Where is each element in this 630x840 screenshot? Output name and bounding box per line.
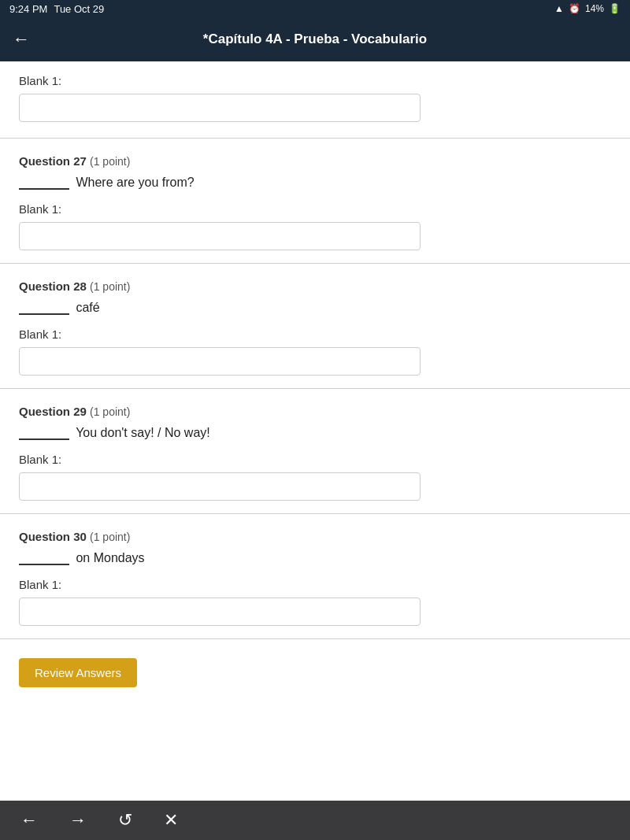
- question-27-number: Question 27: [19, 154, 87, 168]
- question-27-header: Question 27 (1 point): [19, 154, 611, 168]
- battery-display: 14%: [585, 3, 604, 14]
- question-27-body: Where are you from?: [76, 176, 194, 189]
- time-display: 9:24 PM: [9, 3, 47, 15]
- question-30-text: on Mondays: [19, 551, 611, 565]
- question-28-body: café: [76, 301, 99, 314]
- review-section: Review Answers: [0, 639, 630, 703]
- question-29-section: Question 29 (1 point) You don't say! / N…: [0, 389, 630, 514]
- question-29-number: Question 29: [19, 405, 87, 418]
- question-27-points: (1 point): [90, 155, 130, 168]
- question-30-section: Question 30 (1 point) on Mondays Blank 1…: [0, 514, 630, 639]
- q29-blank-label: Blank 1:: [19, 453, 611, 466]
- battery-icon: 🔋: [609, 3, 621, 14]
- page-title: *Capítulo 4A - Prueba - Vocabulario: [203, 31, 427, 47]
- q28-blank-input[interactable]: [19, 347, 421, 376]
- q27-blank-label: Blank 1:: [19, 202, 611, 216]
- app-header: ← *Capítulo 4A - Prueba - Vocabulario: [0, 17, 630, 61]
- question-27-text: Where are you from?: [19, 176, 611, 190]
- question-28-section: Question 28 (1 point) café Blank 1:: [0, 264, 630, 389]
- question-28-number: Question 28: [19, 279, 87, 293]
- question-30-body: on Mondays: [76, 551, 144, 564]
- bottom-nav-bar: ← → ↺ ✕: [0, 801, 630, 840]
- main-content: Blank 1: Question 27 (1 point) Where are…: [0, 61, 630, 719]
- browser-back-button[interactable]: ←: [16, 809, 43, 832]
- question-30-points: (1 point): [90, 531, 130, 543]
- question-27-section: Question 27 (1 point) Where are you from…: [0, 139, 630, 264]
- browser-close-button[interactable]: ✕: [159, 809, 183, 832]
- date-display: Tue Oct 29: [54, 3, 104, 15]
- top-blank-input[interactable]: [19, 94, 421, 122]
- question-30-header: Question 30 (1 point): [19, 530, 611, 543]
- blank-underline-29: [19, 439, 69, 440]
- q28-blank-label: Blank 1:: [19, 327, 611, 341]
- top-blank-label: Blank 1:: [19, 74, 611, 87]
- question-28-header: Question 28 (1 point): [19, 279, 611, 293]
- question-29-text: You don't say! / No way!: [19, 426, 611, 440]
- question-28-text: café: [19, 301, 611, 315]
- wifi-icon: ▲: [554, 3, 564, 14]
- back-button[interactable]: ←: [13, 28, 36, 51]
- blank-underline-28: [19, 313, 69, 315]
- status-bar: 9:24 PM Tue Oct 29 ▲ ⏰ 14% 🔋: [0, 0, 630, 17]
- browser-forward-button[interactable]: →: [65, 809, 91, 832]
- q29-blank-input[interactable]: [19, 472, 421, 501]
- status-right: ▲ ⏰ 14% 🔋: [554, 3, 621, 14]
- q30-blank-label: Blank 1:: [19, 578, 611, 591]
- top-blank-section: Blank 1:: [0, 61, 630, 139]
- q27-blank-input[interactable]: [19, 222, 421, 250]
- blank-underline-27: [19, 188, 69, 190]
- blank-underline-30: [19, 564, 69, 565]
- question-29-header: Question 29 (1 point): [19, 405, 611, 418]
- question-30-number: Question 30: [19, 530, 87, 543]
- question-29-body: You don't say! / No way!: [76, 426, 210, 439]
- question-29-points: (1 point): [90, 405, 130, 418]
- q30-blank-input[interactable]: [19, 598, 421, 626]
- alarm-icon: ⏰: [569, 3, 580, 14]
- status-left: 9:24 PM Tue Oct 29: [9, 3, 104, 15]
- review-answers-button[interactable]: Review Answers: [19, 658, 137, 687]
- question-28-points: (1 point): [90, 280, 130, 293]
- browser-refresh-button[interactable]: ↺: [113, 809, 137, 832]
